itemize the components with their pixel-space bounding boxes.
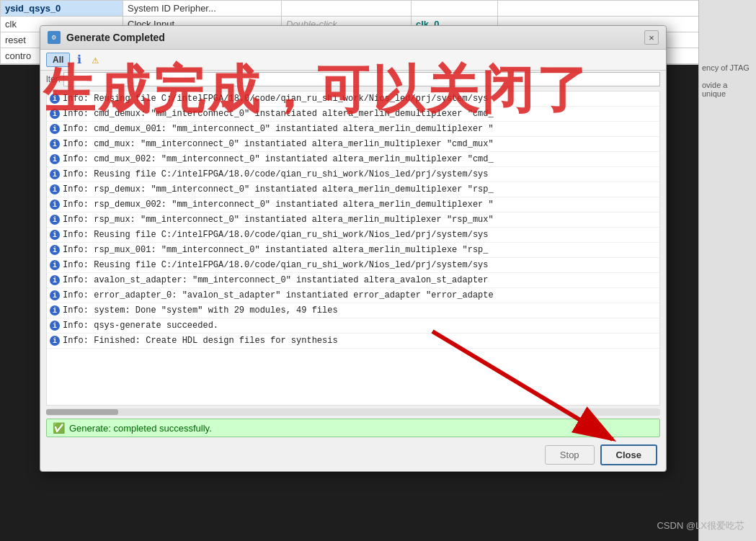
- stop-button[interactable]: Stop: [545, 445, 595, 465]
- log-info-icon: i: [50, 305, 60, 316]
- log-line-text: Info: rsp_mux: "mm_interconnect_0" insta…: [63, 213, 657, 226]
- dialog-toolbar: All ℹ ⚠: [40, 50, 666, 71]
- log-line-text: Info: cmd_demux_001: "mm_interconnect_0"…: [63, 122, 657, 135]
- csdn-watermark: CSDN @LX很爱吃芯: [657, 519, 744, 532]
- log-line-text: Info: cmd_mux_002: "mm_interconnect_0" i…: [63, 153, 657, 166]
- right-panel-text1: ency of JTAG: [699, 58, 756, 78]
- filter-label: lter:: [46, 74, 61, 84]
- log-line-item: iInfo: avalon_st_adapter: "mm_interconne…: [47, 273, 659, 288]
- dialog-log-area[interactable]: iInfo: Reusing file C:/intelFPGA/18.0/co…: [46, 91, 660, 406]
- table-cell-type: System ID Peripher...: [123, 1, 282, 17]
- log-line-text: Info: cmd_demux: "mm_interconnect_0" ins…: [63, 107, 657, 120]
- log-info-icon: i: [50, 336, 60, 346]
- filter-input[interactable]: [63, 72, 660, 86]
- log-line-item: iInfo: Reusing file C:/intelFPGA/18.0/co…: [47, 228, 659, 243]
- status-icon: ✅: [53, 422, 65, 434]
- dialog-title: Generate Completed: [66, 32, 639, 43]
- log-line-item: iInfo: rsp_demux_002: "mm_interconnect_0…: [47, 197, 659, 213]
- log-info-icon: i: [50, 169, 60, 179]
- log-info-icon: i: [50, 321, 60, 331]
- log-line-text: Info: Reusing file C:/intelFPGA/18.0/cod…: [63, 228, 657, 241]
- log-info-icon: i: [50, 139, 60, 149]
- log-line-item: iInfo: rsp_mux_001: "mm_interconnect_0" …: [47, 243, 659, 258]
- log-info-icon: i: [50, 124, 60, 134]
- log-line-text: Info: rsp_demux: "mm_interconnect_0" ins…: [63, 183, 657, 196]
- dialog-filter-row: lter:: [40, 71, 666, 88]
- log-line-item: iInfo: Reusing file C:/intelFPGA/18.0/co…: [47, 91, 659, 107]
- log-line-text: Info: rsp_demux_002: "mm_interconnect_0"…: [63, 198, 657, 211]
- dialog-button-row: Stop Close: [40, 439, 666, 471]
- generate-completed-dialog: ⚙ Generate Completed × All ℹ ⚠ lter: iIn…: [40, 25, 667, 472]
- dialog-status-bar: ✅ Generate: completed successfully.: [46, 419, 660, 437]
- log-info-icon: i: [50, 245, 60, 255]
- log-info-icon: i: [50, 215, 60, 225]
- log-line-text: Info: cmd_mux: "mm_interconnect_0" insta…: [63, 138, 657, 151]
- log-line-text: Info: qsys-generate succeeded.: [63, 319, 657, 332]
- dialog-close-button[interactable]: ×: [644, 30, 659, 45]
- dialog-icon: ⚙: [48, 31, 61, 44]
- log-line-item: iInfo: cmd_mux: "mm_interconnect_0" inst…: [47, 137, 659, 152]
- log-line-item: iInfo: Finished: Create HDL design files…: [47, 334, 659, 349]
- log-scrollbar-thumb: [46, 409, 118, 415]
- table-cell-empty1: [282, 1, 412, 17]
- log-scrollbar[interactable]: [46, 408, 660, 416]
- table-cell-name: ysid_qsys_0: [1, 1, 123, 17]
- table-cell-empty2: [412, 1, 498, 17]
- right-sidebar: ency of JTAG ovide a unique: [698, 0, 756, 541]
- log-line-item: iInfo: Reusing file C:/intelFPGA/18.0/co…: [47, 167, 659, 182]
- log-info-icon: i: [50, 184, 60, 195]
- log-line-item: iInfo: cmd_demux: "mm_interconnect_0" in…: [47, 107, 659, 122]
- log-line-item: iInfo: qsys-generate succeeded.: [47, 318, 659, 334]
- log-line-text: Info: Reusing file C:/intelFPGA/18.0/cod…: [63, 259, 657, 272]
- log-info-icon: i: [50, 200, 60, 210]
- log-info-icon: i: [50, 290, 60, 300]
- info-filter-icon[interactable]: ℹ: [73, 53, 86, 66]
- log-info-icon: i: [50, 260, 60, 270]
- log-line-item: iInfo: rsp_demux: "mm_interconnect_0" in…: [47, 182, 659, 197]
- log-line-text: Info: rsp_mux_001: "mm_interconnect_0" i…: [63, 243, 657, 256]
- log-info-icon: i: [50, 275, 60, 285]
- log-line-text: Info: Finished: Create HDL design files …: [63, 334, 657, 347]
- log-line-item: iInfo: Reusing file C:/intelFPGA/18.0/co…: [47, 258, 659, 273]
- log-info-icon: i: [50, 109, 60, 119]
- log-info-icon: i: [50, 94, 60, 104]
- dialog-titlebar: ⚙ Generate Completed ×: [40, 26, 666, 50]
- all-filter-button[interactable]: All: [46, 53, 70, 67]
- log-line-item: iInfo: error_adapter_0: "avalon_st_adapt…: [47, 288, 659, 303]
- right-panel-text2: ovide a unique: [699, 78, 756, 101]
- log-line-text: Info: Reusing file C:/intelFPGA/18.0/cod…: [63, 92, 657, 105]
- log-line-text: Info: Reusing file C:/intelFPGA/18.0/cod…: [63, 168, 657, 181]
- log-line-text: Info: avalon_st_adapter: "mm_interconnec…: [63, 274, 657, 287]
- log-line-text: Info: error_adapter_0: "avalon_st_adapte…: [63, 289, 657, 302]
- log-info-icon: i: [50, 154, 60, 164]
- log-line-item: iInfo: cmd_mux_002: "mm_interconnect_0" …: [47, 152, 659, 167]
- log-line-item: iInfo: cmd_demux_001: "mm_interconnect_0…: [47, 122, 659, 137]
- close-button[interactable]: Close: [600, 444, 657, 465]
- status-text: Generate: completed successfully.: [69, 423, 212, 434]
- log-line-item: iInfo: rsp_mux: "mm_interconnect_0" inst…: [47, 213, 659, 228]
- log-line-item: iInfo: system: Done "system" with 29 mod…: [47, 303, 659, 318]
- warning-filter-icon[interactable]: ⚠: [89, 53, 102, 66]
- log-info-icon: i: [50, 230, 60, 240]
- log-line-text: Info: system: Done "system" with 29 modu…: [63, 304, 657, 317]
